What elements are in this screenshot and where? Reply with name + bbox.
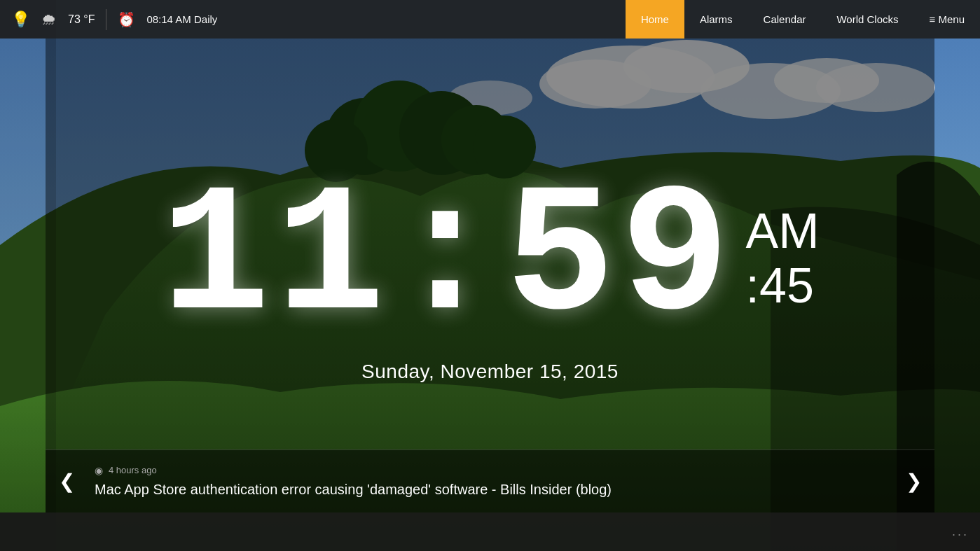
news-content: ◉ 4 hours ago Mac App Store authenticati… xyxy=(88,465,892,498)
clock-seconds: :45 xyxy=(746,261,820,310)
news-time-ago: 4 hours ago xyxy=(109,465,157,475)
topbar-left: 💡 🌧 73 °F ⏰ 08:14 AM Daily xyxy=(0,9,626,30)
news-headline[interactable]: Mac App Store authentication error causi… xyxy=(95,480,885,498)
news-prev-button[interactable]: ❮ xyxy=(46,450,88,512)
rain-icon: 🌧 xyxy=(41,11,57,29)
topbar: 💡 🌧 73 °F ⏰ 08:14 AM Daily Home Alarms C… xyxy=(0,0,980,39)
news-meta: ◉ 4 hours ago xyxy=(95,465,885,476)
nav-calendar[interactable]: Calendar xyxy=(748,0,822,39)
alarm-time: 08:14 AM Daily xyxy=(146,13,217,25)
statusbar: ... xyxy=(0,512,980,551)
clock-display: 11:59 AM :45 xyxy=(160,168,819,350)
nav-menu[interactable]: ≡ Menu xyxy=(914,0,980,39)
clock-minutes: 59 xyxy=(506,156,736,362)
nav-world-clocks[interactable]: World Clocks xyxy=(821,0,913,39)
divider xyxy=(106,9,106,30)
clock-container: 11:59 AM :45 Sunday, November 15, 2015 xyxy=(46,39,934,512)
clock-date: Sunday, November 15, 2015 xyxy=(361,361,619,383)
alarm-clock-icon: ⏰ xyxy=(118,11,135,28)
nav-home[interactable]: Home xyxy=(626,0,684,39)
status-dots: ... xyxy=(952,524,969,539)
main-navigation: Home Alarms Calendar World Clocks ≡ Menu xyxy=(626,0,980,39)
weather-temperature: 73 °F xyxy=(68,13,95,26)
clock-ampm: AM xyxy=(746,207,820,256)
bulb-icon: 💡 xyxy=(11,11,30,29)
clock-ampm-seconds-group: AM :45 xyxy=(746,168,820,310)
news-next-button[interactable]: ❯ xyxy=(892,450,934,512)
clock-hours: 11 xyxy=(160,156,390,362)
clock-time-main: 11:59 xyxy=(160,168,735,350)
news-bar: ❮ ◉ 4 hours ago Mac App Store authentica… xyxy=(46,449,934,512)
clock-colon: : xyxy=(390,156,505,362)
rss-icon: ◉ xyxy=(95,465,103,476)
nav-alarms[interactable]: Alarms xyxy=(684,0,748,39)
